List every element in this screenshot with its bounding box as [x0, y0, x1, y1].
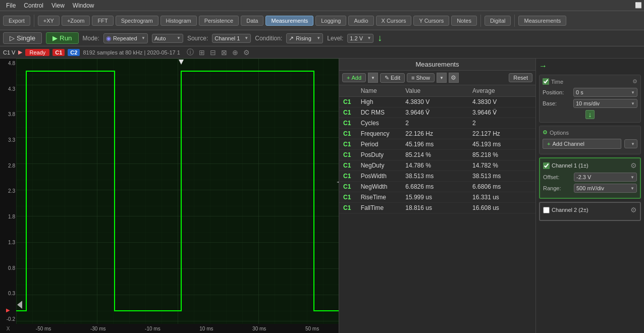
measurements-table: Name Value Average C1 High 4.3830 V 4.38… [339, 85, 535, 213]
channel1-settings-icon[interactable]: ⚙ [630, 161, 637, 170]
menu-view[interactable]: View [47, 1, 69, 10]
offset-select[interactable]: -2.3 V [576, 174, 600, 180]
time-checkbox[interactable] [543, 78, 549, 85]
edit-measurement-button[interactable]: ✎ Edit [380, 73, 405, 83]
auto-select[interactable]: Auto Normal [154, 35, 181, 41]
tab-data[interactable]: Data [241, 16, 263, 26]
oscilloscope[interactable]: 4.8 4.3 3.8 3.3 2.8 2.3 1.8 1.3 0.8 0.3 … [0, 59, 339, 333]
channel1-label: Channel 1 (1±) [552, 162, 588, 169]
tab-measurements[interactable]: Measurements [265, 16, 313, 26]
add-channel-select[interactable] [627, 141, 635, 147]
run-button[interactable]: ▶ Run [46, 32, 78, 44]
measurements-title: Measurements [416, 61, 459, 68]
cell-average: 16.331 us [468, 192, 535, 203]
table-row[interactable]: C1 Cycles 2 2 [339, 118, 535, 129]
menu-control[interactable]: Control [20, 1, 47, 10]
tab-fft[interactable]: FFT [92, 16, 113, 26]
table-row[interactable]: C1 PosWidth 38.513 ms 38.513 ms [339, 171, 535, 182]
add-channel-button[interactable]: + Add Channel [543, 139, 621, 149]
table-row[interactable]: C1 RiseTime 15.999 us 16.331 us [339, 192, 535, 203]
copy-icon[interactable]: ⊞ [197, 48, 206, 57]
tab-digital[interactable]: Digital [485, 16, 511, 26]
cell-name: NegDuty [357, 160, 402, 171]
base-select-wrapper[interactable]: 10 ms/div [573, 99, 637, 108]
info-icon[interactable]: ⓘ [185, 47, 195, 58]
cell-ch: C1 [339, 192, 357, 203]
tab-zoom[interactable]: +Zoom [62, 16, 90, 26]
measurements-table-container: Name Value Average C1 High 4.3830 V 4.38… [339, 85, 535, 333]
cell-average: 16.608 us [468, 203, 535, 213]
table-row[interactable]: C1 Period 45.196 ms 45.193 ms [339, 139, 535, 150]
level-select-wrapper[interactable]: 1.2 V [347, 34, 373, 43]
tab-notes[interactable]: Notes [451, 16, 477, 26]
condition-select-wrapper[interactable]: ↗ Rising Falling [286, 33, 323, 43]
offset-select-wrapper[interactable]: -2.3 V [574, 173, 637, 182]
play-button[interactable]: ▶ [18, 49, 22, 56]
level-select[interactable]: 1.2 V [350, 35, 371, 41]
channel2-settings-icon[interactable]: ⚙ [630, 206, 637, 214]
channel2-checkbox[interactable] [543, 207, 550, 213]
range-select[interactable]: 500 mV/div [576, 185, 613, 191]
tab-xy[interactable]: +XY [38, 16, 60, 26]
c2-badge[interactable]: C2 [68, 49, 80, 56]
rising-icon: ↗ [289, 35, 294, 42]
status-bar: C1 V ▶ Ready C1 C2 8192 samples at 80 kH… [0, 46, 644, 59]
table-row[interactable]: C1 High 4.3830 V 4.3830 V [339, 97, 535, 107]
tab-logging[interactable]: Logging [315, 16, 346, 26]
tab-measurements2[interactable]: Measurements [518, 16, 566, 26]
cell-value: 22.126 Hz [401, 129, 468, 139]
auto-select-wrapper[interactable]: Auto Normal [152, 34, 183, 43]
condition-label: Condition: [255, 35, 282, 42]
tab-ycursors[interactable]: Y Cursors [413, 16, 449, 26]
show-measurement-button[interactable]: ≡ Show [407, 73, 435, 82]
tab-xcursors[interactable]: X Cursors [376, 16, 412, 26]
tab-audio[interactable]: Audio [348, 16, 373, 26]
tab-persistence[interactable]: Persistence [199, 16, 239, 26]
table-row[interactable]: C1 NegDuty 14.786 % 14.782 % [339, 160, 535, 171]
range-select-wrapper[interactable]: 500 mV/div [574, 184, 637, 193]
add-measurement-button[interactable]: + Add [342, 73, 366, 82]
settings-button[interactable]: ⚙ [449, 73, 459, 83]
measurements-header: Measurements [339, 59, 535, 71]
tab-export[interactable]: Export [3, 16, 30, 26]
cell-ch: C1 [339, 129, 357, 139]
cell-name: PosDuty [357, 150, 402, 160]
condition-select[interactable]: Rising Falling [296, 35, 320, 41]
channel2-checkbox-area: Channel 2 (2±) [543, 207, 588, 213]
add-channel-dropdown[interactable] [624, 139, 637, 148]
cell-name: PosWidth [357, 171, 402, 182]
reset-button[interactable]: Reset [509, 73, 532, 82]
save-icon[interactable]: ⊟ [208, 48, 218, 57]
tab-histogram[interactable]: Histogram [160, 16, 197, 26]
x-label-1: -30 ms [90, 326, 106, 331]
cell-ch: C1 [339, 107, 357, 118]
show-icon: ≡ [411, 75, 414, 81]
source-select[interactable]: Channel 1 Channel 2 [214, 35, 248, 41]
show-dropdown-button[interactable]: ▼ [437, 73, 447, 83]
settings-icon2[interactable]: ⚙ [242, 48, 251, 57]
menu-file[interactable]: File [2, 1, 20, 10]
position-select-wrapper[interactable]: 0 s [573, 88, 637, 97]
position-select[interactable]: 0 s [576, 89, 592, 95]
time-down-button[interactable]: ↓ [585, 110, 595, 119]
mode-select[interactable]: Repeated Single [113, 35, 145, 41]
align-icon[interactable]: ⊠ [220, 48, 229, 57]
table-row[interactable]: C1 FallTime 18.816 us 16.608 us [339, 203, 535, 213]
scope-icons: ⓘ ⊞ ⊟ ⊠ ⊕ ⚙ [185, 47, 251, 58]
table-row[interactable]: C1 NegWidth 6.6826 ms 6.6806 ms [339, 182, 535, 192]
mode-select-wrapper[interactable]: ◉ Repeated Single [103, 33, 148, 43]
tab-spectrogram[interactable]: Spectrogram [116, 16, 158, 26]
source-select-wrapper[interactable]: Channel 1 Channel 2 [212, 34, 251, 43]
base-select[interactable]: 10 ms/div [576, 100, 608, 106]
menu-window[interactable]: Window [69, 1, 98, 10]
options-icon: ⚙ [543, 129, 548, 136]
zoom-icon[interactable]: ⊕ [231, 48, 240, 57]
table-row[interactable]: C1 PosDuty 85.214 % 85.218 % [339, 150, 535, 160]
c1-badge[interactable]: C1 [52, 49, 65, 56]
add-dropdown-button[interactable]: ▼ [368, 73, 378, 83]
time-settings-icon[interactable]: ⚙ [632, 78, 637, 85]
table-row[interactable]: C1 DC RMS 3.9646 V̈ 3.9646 V̈ [339, 107, 535, 118]
channel1-checkbox[interactable] [543, 162, 550, 169]
table-row[interactable]: C1 Frequency 22.126 Hz 22.127 Hz [339, 129, 535, 139]
single-button[interactable]: ▷ Single [3, 32, 42, 44]
